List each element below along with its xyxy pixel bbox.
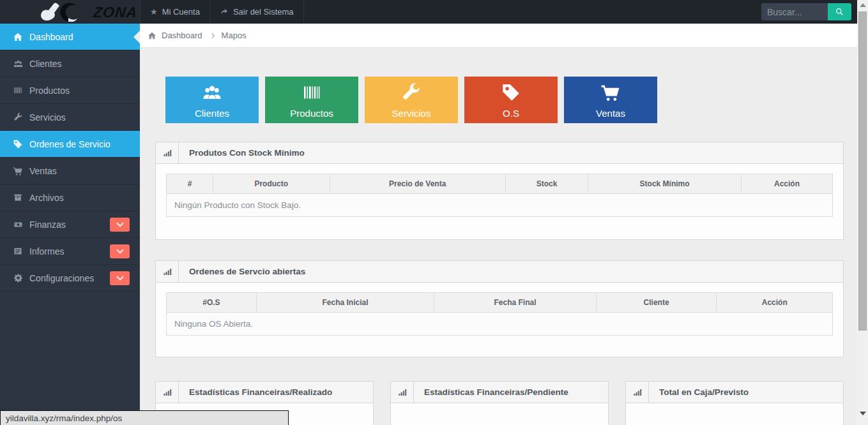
- sidebar-item-servicios[interactable]: Servicios: [0, 104, 140, 131]
- sidebar-item-dashboard[interactable]: Dashboard: [0, 24, 140, 50]
- column-header: Fecha Inicial: [256, 293, 434, 313]
- users-icon: [12, 59, 24, 69]
- cart-icon: [12, 166, 24, 176]
- bar-chart-icon: [391, 382, 414, 403]
- tile-label: Servicios: [365, 108, 458, 119]
- sidebar-item-archivos[interactable]: Archivos: [0, 184, 140, 211]
- column-header: Stock Mínimo: [588, 174, 742, 194]
- empty-table-message: Ningún Producto con Stock Bajo.: [167, 194, 833, 217]
- tile-label: Ventas: [564, 108, 657, 119]
- active-item-notch: [133, 31, 140, 43]
- panel-header: Ordenes de Servcio abiertas: [156, 261, 843, 283]
- panel-title: Estadísticas Financeiras/Pendiente: [414, 382, 568, 403]
- search-group: [761, 3, 851, 20]
- tile-productos[interactable]: Productos: [265, 77, 358, 123]
- sidebar-item-label: Ordenes de Servicio: [29, 139, 110, 149]
- logout-link[interactable]: Sair del Sistema: [210, 0, 304, 24]
- scroll-up-button[interactable]: [860, 3, 866, 7]
- column-header: #: [167, 174, 213, 194]
- breadcrumb-item-dashboard[interactable]: Dashboard: [162, 31, 202, 40]
- panel-estadisticas-pendiente: Estadísticas Financeiras/Pendiente: [390, 381, 609, 425]
- search-button[interactable]: [828, 3, 851, 20]
- sidebar-item-label: Servicios: [29, 112, 66, 123]
- column-header: Stock: [505, 174, 588, 194]
- dashboard-body: Clientes Productos O.S Servicios: [140, 77, 857, 425]
- sidebar-item-label: Configuraciones: [29, 273, 94, 283]
- tile-servicios[interactable]: O.S Servicios: [365, 77, 458, 123]
- tile-label: O.S: [464, 108, 558, 119]
- scroll-down-button[interactable]: [860, 412, 866, 415]
- panel-title: Estadísticas Financeiras/Realizado: [179, 382, 332, 403]
- informes-dropdown-toggle[interactable]: [110, 244, 130, 258]
- star-icon: ★: [150, 7, 158, 17]
- sidebar-item-configuraciones[interactable]: Configuraciones: [0, 265, 140, 292]
- my-account-link[interactable]: ★ Mi Cuenta: [140, 0, 210, 24]
- tile-clientes[interactable]: Clientes: [165, 77, 259, 123]
- sidebar-item-label: Clientes: [29, 59, 62, 69]
- main-content: Dashboard Mapos Clientes Productos: [140, 24, 857, 425]
- column-header: Cliente: [596, 293, 717, 313]
- column-header: Precio de Venta: [330, 174, 505, 194]
- sidebar-item-productos[interactable]: Productos: [0, 77, 140, 104]
- sidebar-item-clientes[interactable]: Clientes: [0, 50, 140, 77]
- bar-chart-icon: [156, 382, 179, 403]
- panel-title: Total en Caja/Previsto: [649, 382, 749, 403]
- wrench-icon: [365, 82, 458, 103]
- panel-header: Estadísticas Financeiras/Realizado: [156, 382, 373, 403]
- topbar-spacer: [304, 0, 761, 24]
- tile-label: Clientes: [165, 108, 259, 119]
- share-arrow-icon: [220, 8, 229, 16]
- wrench-icon: [12, 112, 24, 122]
- cart-icon: [564, 82, 657, 103]
- gear-icon: [12, 273, 24, 283]
- tile-label: Productos: [265, 108, 358, 119]
- sidebar-item-label: Ventas: [29, 166, 57, 176]
- tag-icon: [12, 139, 24, 149]
- sidebar-item-ordenes-de-servicio[interactable]: Ordenes de Servicio: [0, 131, 140, 158]
- chevron-right-icon: [209, 33, 214, 38]
- column-header: Fecha Final: [434, 293, 596, 313]
- sidebar-item-label: Finanzas: [29, 220, 66, 230]
- sidebar-item-label: Archivos: [29, 193, 64, 203]
- app-logo[interactable]: ZONA AD: [0, 0, 140, 24]
- panel-title: Ordenes de Servcio abiertas: [179, 261, 305, 282]
- tag-icon: [464, 82, 558, 103]
- home-icon: [148, 31, 156, 40]
- search-input[interactable]: [761, 3, 828, 20]
- bar-chart-icon: [156, 142, 179, 163]
- panel-title: Produtos Con Stock Mínimo: [179, 142, 305, 163]
- panel-header: Estadísticas Financeiras/Pendiente: [391, 382, 608, 403]
- sidebar-item-informes[interactable]: Informes: [0, 238, 140, 265]
- finanzas-dropdown-toggle[interactable]: [110, 218, 130, 232]
- chevron-down-icon: [116, 220, 123, 227]
- shortcut-tiles: Clientes Productos O.S Servicios: [165, 77, 857, 123]
- topnav-links: ★ Mi Cuenta Sair del Sistema: [140, 0, 304, 24]
- my-account-label: Mi Cuenta: [162, 7, 200, 17]
- configuraciones-dropdown-toggle[interactable]: [110, 271, 130, 285]
- scrollbar-thumb[interactable]: [858, 11, 867, 331]
- sidebar-item-label: Informes: [29, 246, 64, 257]
- sidebar-item-ventas[interactable]: Ventas: [0, 158, 140, 184]
- application-window: ZONA AD ★ Mi Cuenta Sair del Sistema: [0, 0, 868, 425]
- column-header: Producto: [213, 174, 330, 194]
- barcode-icon: [265, 82, 358, 103]
- empty-table-message: Ninguna OS Abierta.: [167, 313, 833, 336]
- panel-ordenes-abiertas: Ordenes de Servcio abiertas #O.S Fecha I…: [155, 260, 844, 357]
- logo-text: ZONA AD: [93, 4, 140, 21]
- bar-chart-icon: [626, 382, 649, 403]
- chevron-down-icon: [116, 273, 123, 280]
- stock-table: # Producto Precio de Venta Stock Stock M…: [166, 174, 833, 217]
- panel-body: [391, 403, 608, 425]
- tile-ventas[interactable]: Ventas: [564, 77, 657, 123]
- orders-table: #O.S Fecha Inicial Fecha Final Cliente A…: [166, 292, 833, 336]
- vertical-scrollbar[interactable]: [857, 0, 868, 425]
- money-icon: [12, 220, 24, 229]
- panel-body: # Producto Precio de Venta Stock Stock M…: [156, 164, 843, 227]
- tile-os[interactable]: O.S: [464, 77, 558, 123]
- barcode-icon: [12, 86, 24, 95]
- home-icon: [12, 32, 24, 42]
- bar-chart-icon: [156, 261, 179, 282]
- sidebar-item-finanzas[interactable]: Finanzas: [0, 211, 140, 238]
- browser-link-preview: yildavilla.xyz/rma/index.php/os: [0, 410, 289, 425]
- sidebar-item-label: Productos: [29, 86, 70, 96]
